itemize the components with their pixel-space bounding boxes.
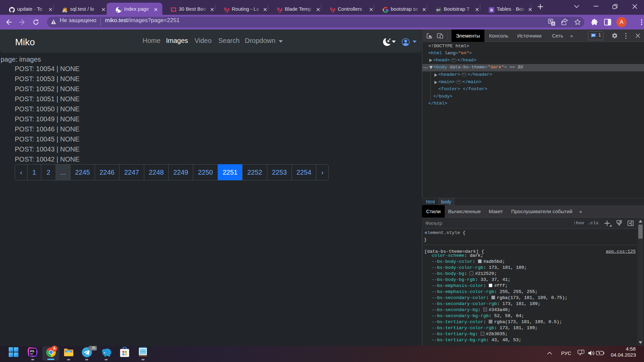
svg-text:B: B <box>490 8 493 12</box>
svg-text:PS: PS <box>30 350 34 353</box>
svg-text:PMA: PMA <box>63 11 66 12</box>
svg-text:BT: BT <box>437 8 441 12</box>
